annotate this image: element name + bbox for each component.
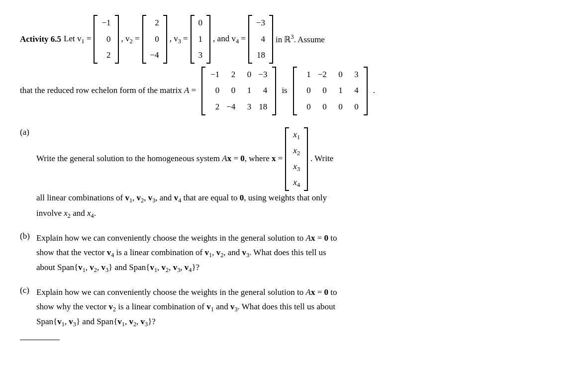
matrix-a-intro: that the reduced row echelon form of the… [20,83,196,98]
part-a-label: (a) [20,127,32,221]
part-a-body: Write the general solution to the homoge… [36,127,568,221]
v4-vector: −3 4 18 [248,15,273,64]
v1-vector: −1 0 2 [94,15,118,64]
part-a-write: . Write [310,152,333,166]
part-b-label: (b) [20,231,32,275]
comma1: , v2 = [121,31,140,47]
intro-text: Let v1 = [64,31,91,47]
part-c-line1: Explain how we can conveniently choose t… [36,285,568,300]
rref-section: that the reduced row echelon form of the… [20,67,568,115]
period: . [373,83,375,98]
part-c-line2: show why the vector v2 is a linear combi… [36,300,568,315]
part-a: (a) Write the general solution to the ho… [20,127,568,221]
x-vector: x1 x2 x3 x4 [285,127,308,191]
is-label: is [282,83,287,98]
matrix-rref: 1 −2 0 3 0 0 1 4 0 0 0 0 [293,67,368,115]
matrix-A: −1 2 0 −3 0 0 1 4 2 −4 3 18 [201,67,276,115]
in-r3: in ℝ3. Assume [276,31,325,47]
comma2: , v3 = [170,31,188,47]
part-c-label: (c) [20,285,32,330]
v3-vector: 0 1 3 [191,15,211,64]
part-c: (c) Explain how we can conveniently choo… [20,285,568,330]
part-b-body: Explain how we can conveniently choose t… [36,231,568,275]
part-b-line2: show that the vector v4 is a linear comb… [36,246,568,261]
comma3: , and v4 = [213,31,246,47]
activity-header: Activity 6.5 Let v1 = −1 0 2 , v2 = 2 0 … [20,15,568,64]
bottom-divider [20,340,60,340]
part-a-line2: all linear combinations of v1, v2, v3, a… [36,191,568,206]
part-b-line1: Explain how we can conveniently choose t… [36,231,568,246]
part-c-line3: Span{v1, v3} and Span{v1, v2, v3}? [36,315,568,330]
activity-title: Activity 6.5 [20,32,61,47]
part-b: (b) Explain how we can conveniently choo… [20,231,568,275]
part-a-text1: Write the general solution to the homoge… [36,152,283,166]
page-container: Activity 6.5 Let v1 = −1 0 2 , v2 = 2 0 … [20,15,568,340]
part-b-line3: about Span{v1, v2, v3} and Span{v1, v2, … [36,261,568,275]
v2-vector: 2 0 −4 [142,15,167,64]
part-a-line3: involve x2 and x4. [36,206,568,221]
part-c-body: Explain how we can conveniently choose t… [36,285,568,330]
